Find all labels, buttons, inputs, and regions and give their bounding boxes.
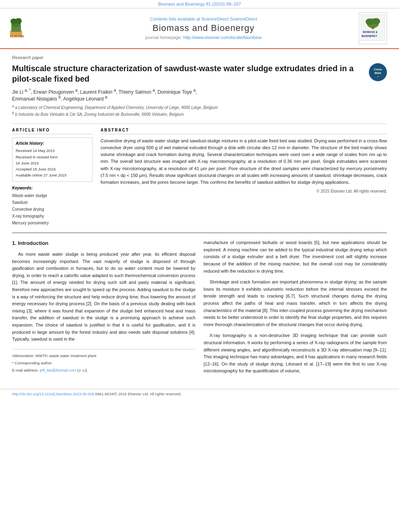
history-revised-label: Received in revised form bbox=[16, 154, 89, 160]
doi-link[interactable]: http://dx.doi.org/10.1016/j.biombioe.201… bbox=[12, 392, 94, 396]
article-title-section: Multiscale structure characterization of… bbox=[12, 63, 387, 84]
article-type: Research paper bbox=[12, 55, 387, 60]
body-left-column: 1. Introduction As more waste water slud… bbox=[12, 239, 195, 379]
body-right-column: manufacture of compressed biofuels or wo… bbox=[204, 239, 387, 379]
svg-text:✓: ✓ bbox=[377, 76, 379, 78]
article-info-title: ARTICLE INFO bbox=[12, 128, 93, 134]
history-revised-date: 16 June 2015 bbox=[16, 160, 89, 166]
abstract-text: Convective drying of waste water sludge … bbox=[101, 138, 387, 185]
journal-center: Contents lists available at ScienceDirec… bbox=[48, 16, 359, 40]
footnotes: Abbreviation: WWTP, waste water treatmen… bbox=[12, 349, 195, 374]
bb-logo: BIOMASS & BIOENERGY bbox=[359, 12, 387, 44]
history-accepted: Accepted 18 June 2015 bbox=[16, 166, 89, 172]
crossmark: Cross Mark ✓ bbox=[369, 63, 387, 81]
body-content: 1. Introduction As more waste water slud… bbox=[12, 239, 387, 379]
journal-right-logo: BIOMASS & BIOENERGY bbox=[359, 12, 391, 44]
history-title: Article history: bbox=[16, 141, 89, 146]
svg-text:Cross: Cross bbox=[374, 68, 382, 71]
history-online: Available online 27 June 2015 bbox=[16, 172, 89, 178]
sciencedirect-text: Contents lists available at ScienceDirec… bbox=[48, 16, 359, 21]
section-divider bbox=[12, 123, 387, 124]
copyright-text: © 2015 Elsevier Ltd. All rights reserved… bbox=[101, 189, 387, 193]
crossmark-badge: Cross Mark ✓ bbox=[369, 63, 387, 81]
article-info-abstract: ARTICLE INFO Article history: Received 1… bbox=[12, 128, 387, 226]
article-history: Article history: Received 14 May 2015 Re… bbox=[12, 138, 93, 182]
footnote-email: E-mail address: jeff_lee@foxmail.com (J.… bbox=[12, 367, 195, 373]
citation-text: Biomass and Bioenergy 81 (2015) 98–107 bbox=[158, 2, 241, 6]
journal-citation: Biomass and Bioenergy 81 (2015) 98–107 bbox=[0, 0, 399, 8]
journal-title: Biomass and Bioenergy bbox=[48, 23, 359, 33]
keyword-2: Sawdust bbox=[12, 199, 93, 206]
body-paragraph-1: As more waste water sludge is being prod… bbox=[12, 251, 195, 343]
keywords-title: Keywords: bbox=[12, 186, 93, 190]
svg-rect-10 bbox=[372, 26, 374, 29]
abstract-section: ABSTRACT Convective drying of waste wate… bbox=[101, 128, 387, 226]
affiliations: a a Laboratory of Chemical Engineering, … bbox=[12, 104, 387, 118]
footnote-abbreviation: Abbreviation: WWTP, waste water treatmen… bbox=[12, 353, 195, 359]
svg-text:BIOENERGY: BIOENERGY bbox=[362, 35, 378, 37]
footnote-corresponding: * Corresponding author. bbox=[12, 360, 195, 366]
main-content: Research paper Multiscale structure char… bbox=[0, 49, 399, 385]
keywords-section: Keywords: Waste water sludge Sawdust Con… bbox=[12, 186, 93, 226]
article-title: Multiscale structure characterization of… bbox=[12, 63, 363, 84]
affiliation-b: b b Industrie du Bois Vielsalm & Cie SA,… bbox=[12, 111, 387, 117]
article-info-column: ARTICLE INFO Article history: Received 1… bbox=[12, 128, 93, 226]
abstract-title: ABSTRACT bbox=[101, 128, 387, 134]
keyword-3: Convective drying bbox=[12, 206, 93, 213]
section-1-title: 1. Introduction bbox=[12, 239, 195, 248]
history-received: Received 14 May 2015 bbox=[16, 148, 89, 154]
keyword-5: Mercury porosimetry bbox=[12, 220, 93, 226]
svg-text:ELSEVIER: ELSEVIER bbox=[10, 35, 24, 38]
elsevier-logo: ELSEVIER bbox=[8, 16, 48, 40]
svg-text:BIOMASS &: BIOMASS & bbox=[363, 31, 378, 33]
svg-point-9 bbox=[372, 18, 380, 25]
keyword-1: Waste water sludge bbox=[12, 192, 93, 199]
authors: Jie Li a, *, Erwan Plougonven a, Laurent… bbox=[12, 88, 387, 102]
journal-header: ELSEVIER Contents lists available at Sci… bbox=[0, 8, 399, 49]
svg-text:Mark: Mark bbox=[374, 72, 381, 74]
homepage-link: journal homepage: http://www.elsevier.co… bbox=[48, 35, 359, 40]
bottom-bar: http://dx.doi.org/10.1016/j.biombioe.201… bbox=[0, 389, 399, 398]
body-divider bbox=[12, 232, 387, 233]
svg-point-4 bbox=[15, 18, 22, 24]
issn-text: 0961-9534/© 2015 Elsevier Ltd. All right… bbox=[95, 392, 182, 396]
affiliation-a: a a Laboratory of Chemical Engineering, … bbox=[12, 104, 387, 111]
keyword-4: X-ray tomography bbox=[12, 213, 93, 220]
